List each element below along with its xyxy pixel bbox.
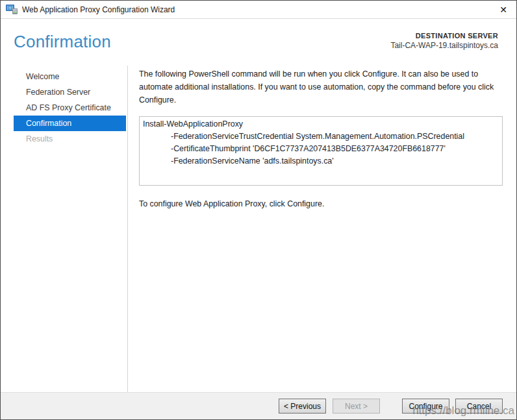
cancel-button[interactable]: Cancel <box>455 399 503 414</box>
command-line: -FederationServiceName 'adfs.tailspintoy… <box>143 155 499 167</box>
content-pane: The following PowerShell command will be… <box>128 66 516 392</box>
app-icon <box>6 4 18 15</box>
title-bar[interactable]: Web Application Proxy Configuration Wiza… <box>1 1 516 19</box>
configure-button[interactable]: Configure <box>402 399 449 414</box>
main-area: Welcome Federation Server AD FS Proxy Ce… <box>1 66 516 392</box>
nav-item-confirmation[interactable]: Confirmation <box>14 116 126 131</box>
nav-item-results[interactable]: Results <box>14 131 126 147</box>
destination-server-label: DESTINATION SERVER <box>390 32 498 40</box>
nav-item-welcome[interactable]: Welcome <box>14 69 126 84</box>
next-button[interactable]: Next > <box>333 399 380 414</box>
nav-item-federation-server[interactable]: Federation Server <box>14 84 126 100</box>
intro-text: The following PowerShell command will be… <box>139 68 503 106</box>
nav-item-adfs-proxy-certificate[interactable]: AD FS Proxy Certificate <box>14 100 126 116</box>
wizard-steps-nav: Welcome Federation Server AD FS Proxy Ce… <box>1 66 128 392</box>
configure-note: To configure Web Application Proxy, clic… <box>139 199 503 208</box>
destination-server-name: Tail-CA-WAP-19.tailspintoys.ca <box>390 41 498 50</box>
close-button[interactable]: ✕ <box>490 1 516 18</box>
command-line: -FederationServiceTrustCredential System… <box>143 130 499 143</box>
powershell-command-box[interactable]: Install-WebApplicationProxy -FederationS… <box>139 116 503 186</box>
close-icon: ✕ <box>499 5 507 14</box>
destination-server-block: DESTINATION SERVER Tail-CA-WAP-19.tailsp… <box>390 32 498 50</box>
wizard-window: Web Application Proxy Configuration Wiza… <box>0 0 517 420</box>
command-line: Install-WebApplicationProxy <box>143 118 499 130</box>
window-title: Web Application Proxy Configuration Wiza… <box>22 5 175 14</box>
button-bar: < Previous Next > Configure Cancel <box>1 392 516 419</box>
page-title: Confirmation <box>14 32 111 52</box>
command-line: -CertificateThumbprint 'D6CF1C7737A20741… <box>143 143 499 155</box>
previous-button[interactable]: < Previous <box>279 399 326 414</box>
